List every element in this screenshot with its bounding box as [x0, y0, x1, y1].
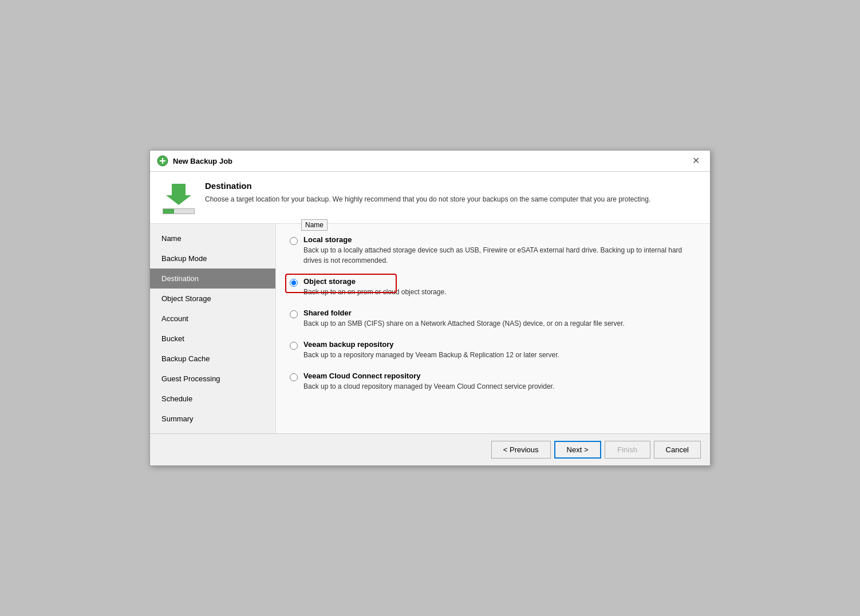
- sidebar-item-object-storage[interactable]: Object Storage: [150, 289, 275, 309]
- main-content: Name Backup Mode Destination Object Stor…: [150, 224, 710, 433]
- local-storage-content: Local storage Back up to a locally attac…: [303, 235, 696, 266]
- object-storage-desc: Back up to an on-prem or cloud object st…: [303, 287, 446, 297]
- veeam-cloud-label[interactable]: Veeam Cloud Connect repository: [303, 372, 554, 380]
- option-object-storage: Object storage Back up to an on-prem or …: [290, 277, 696, 297]
- sidebar-item-guest-processing[interactable]: Guest Processing: [150, 369, 275, 389]
- sidebar: Name Backup Mode Destination Object Stor…: [150, 224, 276, 433]
- sidebar-item-bucket[interactable]: Bucket: [150, 329, 275, 349]
- progress-bar: [163, 208, 195, 214]
- radio-veeam-cloud[interactable]: [290, 373, 298, 381]
- dialog-title: New Backup Job: [173, 157, 232, 165]
- cancel-button[interactable]: Cancel: [654, 441, 701, 459]
- svg-marker-2: [166, 184, 191, 205]
- option-shared-folder: Shared folder Back up to an SMB (CIFS) s…: [290, 309, 696, 329]
- name-tooltip: Name: [301, 219, 328, 231]
- radio-veeam-repo[interactable]: [290, 342, 298, 350]
- next-button[interactable]: Next >: [554, 441, 601, 459]
- veeam-cloud-desc: Back up to a cloud repository managed by…: [303, 381, 554, 392]
- header-section: Destination Choose a target location for…: [150, 172, 710, 224]
- sidebar-item-name[interactable]: Name: [150, 228, 275, 248]
- sidebar-item-backup-mode[interactable]: Backup Mode: [150, 248, 275, 268]
- veeam-cloud-content: Veeam Cloud Connect repository Back up t…: [303, 372, 554, 392]
- sidebar-item-destination[interactable]: Destination: [150, 268, 275, 289]
- radio-shared-folder[interactable]: [290, 310, 298, 318]
- progress-fill: [163, 209, 174, 214]
- sidebar-item-schedule[interactable]: Schedule: [150, 389, 275, 409]
- sidebar-item-backup-cache[interactable]: Backup Cache: [150, 349, 275, 369]
- radio-object-storage[interactable]: [290, 279, 298, 287]
- shared-folder-label[interactable]: Shared folder: [303, 309, 625, 317]
- finish-button[interactable]: Finish: [605, 441, 650, 459]
- radio-local-storage[interactable]: [290, 237, 298, 245]
- option-veeam-cloud: Veeam Cloud Connect repository Back up t…: [290, 372, 696, 392]
- title-bar: New Backup Job ✕: [150, 151, 710, 172]
- header-text: Destination Choose a target location for…: [205, 181, 650, 204]
- veeam-repo-desc: Back up to a repository managed by Veeam…: [303, 350, 559, 360]
- shared-folder-desc: Back up to an SMB (CIFS) share on a Netw…: [303, 318, 625, 329]
- local-storage-desc: Back up to a locally attached storage de…: [303, 245, 696, 266]
- veeam-repo-content: Veeam backup repository Back up to a rep…: [303, 340, 559, 360]
- header-title: Destination: [205, 181, 650, 191]
- content-area: Name Local storage Back up to a locally …: [276, 224, 710, 433]
- previous-button[interactable]: < Previous: [491, 441, 551, 459]
- option-local-storage: Name Local storage Back up to a locally …: [290, 235, 696, 266]
- header-icon-area: [161, 181, 196, 214]
- sidebar-item-account[interactable]: Account: [150, 309, 275, 329]
- sidebar-item-summary[interactable]: Summary: [150, 409, 275, 429]
- local-storage-label[interactable]: Local storage: [303, 235, 696, 244]
- object-storage-content: Object storage Back up to an on-prem or …: [303, 277, 446, 297]
- close-button[interactable]: ✕: [689, 155, 703, 167]
- title-bar-left: New Backup Job: [157, 155, 232, 167]
- option-veeam-repo: Veeam backup repository Back up to a rep…: [290, 340, 696, 360]
- footer: < Previous Next > Finish Cancel: [150, 433, 710, 465]
- svg-point-1: [161, 160, 164, 162]
- header-description: Choose a target location for your backup…: [205, 194, 650, 204]
- dialog: New Backup Job ✕ Destination Choose a ta…: [149, 150, 711, 466]
- app-icon: [157, 155, 168, 167]
- veeam-repo-label[interactable]: Veeam backup repository: [303, 340, 559, 349]
- destination-icon: [166, 181, 191, 206]
- object-storage-label[interactable]: Object storage: [303, 277, 446, 286]
- shared-folder-content: Shared folder Back up to an SMB (CIFS) s…: [303, 309, 625, 329]
